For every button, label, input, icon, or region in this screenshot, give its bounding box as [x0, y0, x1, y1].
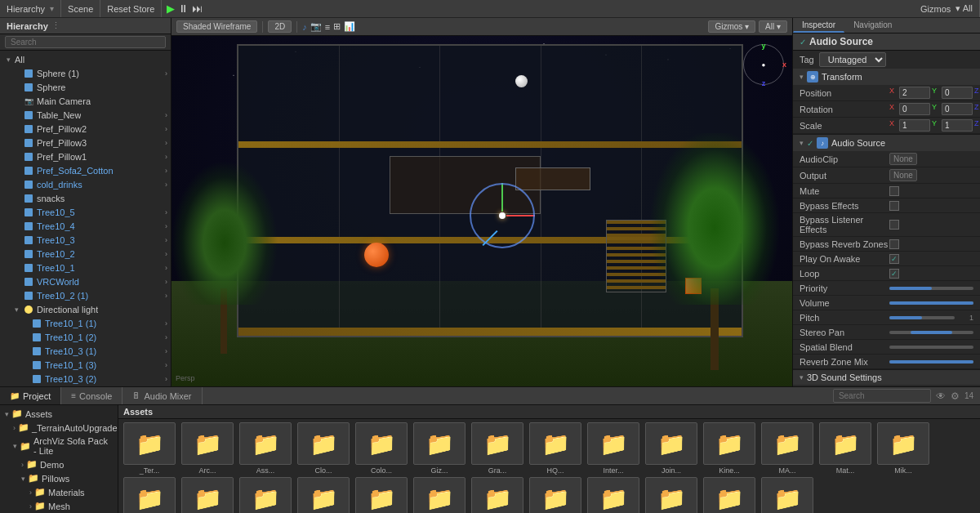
h-item-cold-drinks[interactable]: cold_drinks › — [0, 177, 171, 191]
h-item-pref-sofa2[interactable]: Pref_Sofa2_Cotton › — [0, 163, 171, 177]
asset-folder-ma[interactable]: 📁MA... — [760, 422, 815, 475]
asset-folder-inter[interactable]: 📁Inter... — [586, 422, 641, 475]
play-icon[interactable]: ▶ — [167, 2, 175, 15]
gizmos-button[interactable]: Gizmos ▾ — [708, 20, 755, 33]
pos-y-field[interactable] — [942, 87, 973, 99]
bypass-listener-checkbox[interactable] — [889, 220, 899, 230]
asset-folder-nu[interactable]: 📁Nu... — [238, 477, 293, 513]
rot-y-field[interactable] — [942, 103, 973, 115]
transform-header[interactable]: ▾ ⊕ Transform — [793, 69, 980, 85]
bypass-reverb-checkbox[interactable] — [889, 239, 899, 249]
asset-folder-kine[interactable]: 📁Kine... — [702, 422, 757, 475]
viewport[interactable]: ● x y z Persp — [172, 36, 792, 386]
asset-folder-ter[interactable]: 📁_Ter... — [122, 422, 177, 475]
h-item-tree10-5[interactable]: Tree10_5 › — [0, 205, 171, 219]
h-item-tree10-2b[interactable]: Tree10_2 (1) › — [0, 288, 171, 302]
h-item-directional-light[interactable]: ▾ Directional light — [0, 302, 171, 316]
scale-y-field[interactable] — [942, 119, 973, 132]
create-btn[interactable]: ▾ — [50, 4, 54, 13]
h-item-tree10-3b[interactable]: Tree10_3 (2) › — [0, 372, 171, 386]
asset-folder-pho[interactable]: 📁Pho... — [354, 477, 409, 513]
h-item-pref-pillow3[interactable]: Pref_Pillow3 › — [0, 136, 171, 149]
h-item-pref-pillow1[interactable]: Pref_Pillow1 › — [0, 149, 171, 163]
tab-navigation[interactable]: Navigation — [844, 18, 901, 33]
bottom-search[interactable] — [833, 389, 931, 403]
asset-folder-tre1[interactable]: 📁Tre... — [644, 477, 699, 513]
h-item-pref-pillow2[interactable]: Pref_Pillow2 › — [0, 122, 171, 136]
pause-icon[interactable]: ⏸ — [178, 2, 189, 15]
tab-audio-mixer[interactable]: 🎚 Audio Mixer — [122, 387, 202, 404]
asset-folder-tre2[interactable]: 📁Tre... — [702, 477, 757, 513]
tab-console[interactable]: ≡ Console — [61, 387, 122, 404]
pitch-slider[interactable] — [889, 316, 955, 319]
scale-x-field[interactable] — [899, 119, 930, 132]
shading-button[interactable]: Shaded Wireframe — [176, 20, 257, 33]
asset-folder-hq[interactable]: 📁HQ... — [528, 422, 583, 475]
priority-slider[interactable] — [889, 287, 973, 290]
asset-folder-nex[interactable]: 📁Nex... — [180, 477, 235, 513]
h-item-tree10-1[interactable]: Tree10_1 › — [0, 261, 171, 274]
tree-assets-root[interactable]: ▾ 📁 Assets — [0, 407, 118, 421]
tab-project[interactable]: 📁 Project — [0, 387, 61, 404]
tab-inspector[interactable]: Inspector — [793, 18, 844, 33]
h-item-main-camera[interactable]: 📷 Main Camera — [0, 94, 171, 108]
loop-checkbox[interactable] — [889, 269, 899, 279]
h-item-tree10-3a[interactable]: Tree10_3 (1) › — [0, 344, 171, 358]
asset-folder-colo[interactable]: 📁Colo... — [354, 422, 409, 475]
h-item-sphere1[interactable]: Sphere (1) › — [0, 66, 171, 80]
asset-folder-udon[interactable]: 📁Udon — [760, 477, 815, 513]
play-on-awake-checkbox[interactable] — [889, 254, 899, 264]
asset-folder-mik2[interactable]: 📁Mik... — [122, 477, 177, 513]
stereo-pan-slider[interactable] — [889, 331, 973, 334]
all-button[interactable]: All ▾ — [759, 20, 787, 33]
tree-materials[interactable]: › 📁 Materials — [0, 485, 118, 499]
tree-pillows[interactable]: ▾ 📁 Pillows — [0, 471, 118, 485]
mode-2d-button[interactable]: 2D — [268, 20, 292, 33]
h-item-vrcworld[interactable]: VRCWorld › — [0, 274, 171, 288]
asset-folder-pics[interactable]: 📁Pics — [412, 477, 467, 513]
asset-folder-sce[interactable]: 📁Sce... — [470, 477, 525, 513]
sound-settings-header[interactable]: ▾ 3D Sound Settings — [793, 370, 980, 385]
step-icon[interactable]: ⏭ — [192, 2, 203, 15]
tree-terrain-auto[interactable]: › 📁 _TerrainAutoUpgrade — [0, 421, 118, 435]
asset-folder-pbr[interactable]: 📁PBR... — [296, 477, 351, 513]
settings-icon[interactable]: ⚙ — [951, 390, 960, 402]
asset-folder-join[interactable]: 📁Join... — [644, 422, 699, 475]
tree-archviz[interactable]: ▾ 📁 ArchViz Sofa Pack - Lite — [0, 435, 118, 457]
bypass-effects-checkbox[interactable] — [889, 201, 899, 211]
h-item-tree10-4[interactable]: Tree10_4 › — [0, 219, 171, 233]
h-item-tree10-3[interactable]: Tree10_3 › — [0, 233, 171, 247]
asset-folder-ass[interactable]: 📁Ass... — [238, 422, 293, 475]
asset-folder-arc[interactable]: 📁Arc... — [180, 422, 235, 475]
h-item-tree10-1c[interactable]: Tree10_1 (3) › — [0, 358, 171, 372]
asset-folder-gra[interactable]: 📁Gra... — [470, 422, 525, 475]
h-item-tree10-1b[interactable]: Tree10_1 (2) › — [0, 330, 171, 344]
asset-folder-mat[interactable]: 📁Mat... — [817, 422, 873, 475]
asset-folder-giz[interactable]: 📁Giz... — [412, 422, 467, 475]
asset-folder-mik1[interactable]: 📁Mik... — [875, 422, 931, 475]
volume-slider[interactable] — [889, 301, 973, 305]
rot-x-field[interactable] — [899, 103, 930, 115]
asset-folder-clo[interactable]: 📁Clo... — [296, 422, 351, 475]
h-item-all[interactable]: ▾All — [0, 52, 171, 66]
spatial-blend-slider[interactable] — [889, 346, 973, 349]
h-item-sphere[interactable]: Sphere — [0, 80, 171, 94]
h-item-tree10-2[interactable]: Tree10_2 › — [0, 247, 171, 261]
tag-dropdown[interactable]: Untagged — [819, 52, 886, 67]
h-item-table-new[interactable]: Table_New › — [0, 108, 171, 122]
mute-checkbox[interactable] — [889, 186, 899, 196]
audio-source-header[interactable]: ▾ ✓ ♪ Audio Source — [793, 135, 980, 151]
tree-demo[interactable]: › 📁 Demo — [0, 457, 118, 471]
eye-icon[interactable]: 👁 — [936, 390, 946, 402]
pos-x-field[interactable] — [899, 87, 930, 99]
reverb-zone-slider[interactable] — [889, 360, 973, 364]
h-item-tree10-1a[interactable]: Tree10_1 (1) › — [0, 316, 171, 330]
asset-folder-sna[interactable]: 📁Sna... — [586, 477, 641, 513]
folder-ass-icon: 📁 — [252, 430, 280, 457]
h-item-snacks[interactable]: snacks — [0, 191, 171, 205]
tree-mesh[interactable]: › 📁 Mesh — [0, 499, 118, 513]
asset-folder-seria[interactable]: 📁Seria... — [528, 477, 583, 513]
folder-giz-label: Giz... — [412, 466, 467, 475]
hierarchy-menu[interactable]: ⋮ — [51, 20, 60, 31]
hierarchy-search[interactable] — [5, 36, 166, 48]
